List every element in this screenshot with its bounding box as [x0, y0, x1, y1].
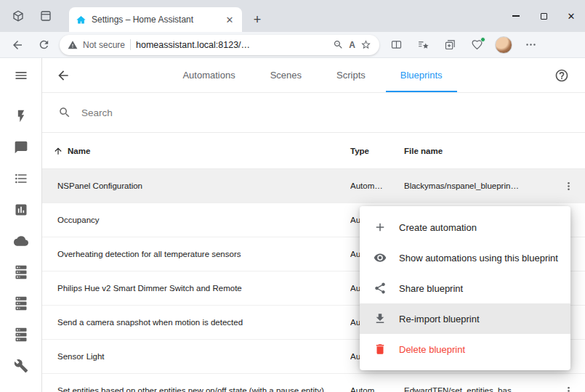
not-secure-warning-icon[interactable]	[68, 40, 78, 50]
share-icon	[372, 280, 388, 296]
tab-scripts[interactable]: Scripts	[319, 58, 383, 92]
sort-ascending-icon	[53, 146, 63, 156]
minimize-button[interactable]	[502, 0, 530, 32]
sidebar-cloud-icon[interactable]	[0, 225, 41, 256]
menu-item-reimport-blueprint[interactable]: Re-import blueprint	[360, 303, 570, 334]
ha-nav-tabs: Automations Scenes Scripts Blueprints	[72, 58, 553, 92]
back-icon[interactable]	[7, 35, 28, 55]
split-screen-icon[interactable]	[385, 35, 407, 55]
sidebar-server-icon-3[interactable]	[0, 319, 41, 350]
window-controls: ✕	[502, 0, 585, 32]
home-assistant-favicon	[76, 15, 86, 25]
eye-icon	[372, 250, 388, 266]
browser-menu-icon[interactable]	[520, 35, 541, 55]
address-bar[interactable]: Not secure homeassistant.local:8123/… A	[60, 35, 379, 55]
status-badge	[480, 37, 485, 42]
sidebar-menu-icon[interactable]	[0, 58, 41, 93]
tab-title: Settings – Home Assistant	[92, 15, 219, 25]
plus-icon	[372, 219, 388, 235]
refresh-icon[interactable]	[33, 35, 54, 55]
security-label[interactable]: Not secure	[83, 40, 125, 50]
row-overflow-menu-icon[interactable]	[552, 385, 585, 392]
download-icon	[372, 311, 388, 327]
menu-item-share-blueprint[interactable]: Share blueprint	[360, 273, 570, 303]
tab-actions-icon[interactable]	[36, 7, 55, 25]
browser-essentials-icon[interactable]	[466, 35, 488, 55]
sidebar-items	[0, 100, 41, 381]
new-tab-button[interactable]: +	[249, 11, 266, 28]
sidebar-energy-icon[interactable]	[0, 100, 41, 131]
profile-avatar[interactable]	[493, 35, 515, 55]
favorites-icon[interactable]	[412, 35, 434, 55]
sidebar-server-icon-1[interactable]	[0, 256, 41, 287]
menu-item-delete-blueprint[interactable]: Delete blueprint	[360, 334, 570, 364]
search-icon	[58, 106, 71, 119]
sidebar-logbook-icon[interactable]	[0, 163, 41, 194]
blueprint-context-menu: Create automation Show automations using…	[360, 206, 570, 370]
tab-close-icon[interactable]: ✕	[224, 14, 235, 25]
column-header-file[interactable]: File name	[404, 147, 585, 155]
table-row[interactable]: Set entities based on other entities new…	[42, 374, 585, 392]
tab-automations[interactable]: Automations	[165, 58, 252, 92]
tab-scenes[interactable]: Scenes	[253, 58, 319, 92]
help-icon[interactable]	[553, 67, 570, 84]
row-overflow-menu-icon[interactable]	[552, 180, 585, 192]
ha-sidebar	[0, 58, 42, 392]
address-divider	[130, 39, 131, 50]
column-header-name[interactable]: Name	[53, 146, 350, 156]
collections-icon[interactable]	[439, 35, 461, 55]
sidebar-server-icon-2[interactable]	[0, 287, 41, 319]
maximize-button[interactable]	[530, 0, 557, 32]
url-text[interactable]: homeassistant.local:8123/…	[136, 40, 328, 50]
favorite-star-icon[interactable]	[360, 39, 371, 50]
close-button[interactable]: ✕	[557, 0, 585, 32]
menu-item-create-automation[interactable]: Create automation	[360, 212, 570, 242]
column-header-type[interactable]: Type	[350, 147, 404, 155]
browser-tab[interactable]: Settings – Home Assistant ✕	[69, 7, 242, 32]
ha-back-icon[interactable]	[55, 67, 72, 84]
browser-toolbar: Not secure homeassistant.local:8123/… A	[0, 32, 585, 58]
sidebar-assist-icon[interactable]	[0, 131, 41, 163]
ha-header: Automations Scenes Scripts Blueprints	[42, 58, 585, 93]
delete-icon	[372, 341, 388, 357]
table-row[interactable]: NSPanel Configuration Autom… Blackymas/n…	[42, 169, 585, 203]
browser-window: Settings – Home Assistant ✕ + ✕ Not secu…	[0, 0, 585, 392]
workspaces-icon[interactable]	[9, 7, 28, 25]
browser-titlebar: Settings – Home Assistant ✕ + ✕	[0, 0, 585, 32]
tab-blueprints[interactable]: Blueprints	[383, 58, 460, 92]
search-bar	[42, 93, 585, 133]
search-input[interactable]	[81, 107, 585, 118]
sidebar-history-icon[interactable]	[0, 194, 41, 225]
table-header: Name Type File name	[42, 133, 585, 169]
sidebar-tools-icon[interactable]	[0, 350, 41, 381]
menu-item-show-automations[interactable]: Show automations using this blueprint	[360, 242, 570, 273]
zoom-out-icon[interactable]	[333, 39, 344, 50]
read-aloud-icon[interactable]: A	[349, 40, 355, 50]
